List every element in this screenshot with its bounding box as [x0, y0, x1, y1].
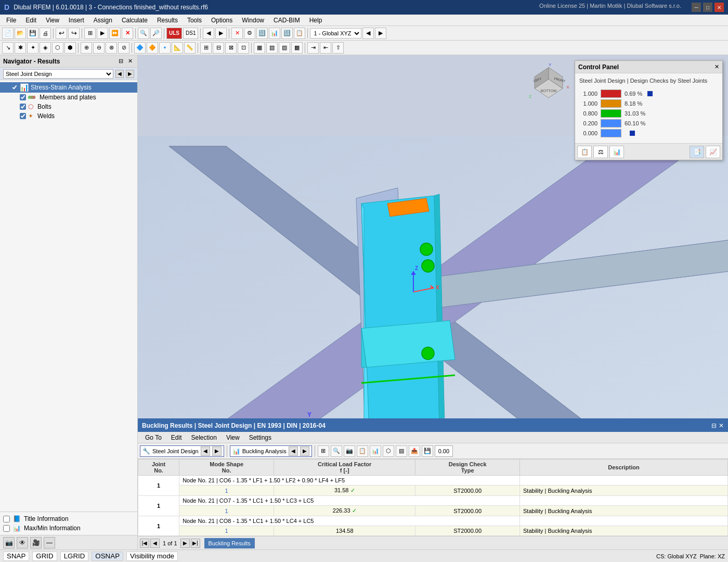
bt-btn1[interactable]: ⊞	[318, 445, 329, 457]
results-dropdown-1[interactable]: 🔧 Steel Joint Design ◀ ▶	[140, 445, 224, 457]
open-btn[interactable]: 📂	[15, 28, 26, 39]
dd2-prev[interactable]: ◀	[289, 446, 298, 456]
tb2-btn1[interactable]: ↘	[2, 42, 14, 54]
ds1-btn[interactable]: DS1	[183, 28, 198, 39]
toolbar-btn-13[interactable]: 📊	[269, 28, 280, 39]
status-visibility[interactable]: Visibility mode	[126, 552, 178, 561]
toolbar-btn-7[interactable]: 🔎	[150, 28, 162, 39]
menu-tools[interactable]: Tools	[183, 16, 206, 25]
nav-item-stress-strain[interactable]: 📊 Stress-Strain Analysis	[0, 82, 137, 93]
tb2-btn9[interactable]: ⊗	[106, 42, 117, 54]
view-icon-3[interactable]: 🎥	[30, 537, 42, 548]
stress-strain-checkbox[interactable]	[11, 84, 18, 91]
maxmin-info-item[interactable]: 📊 Max/Min Information	[3, 523, 134, 533]
menu-help[interactable]: Help	[305, 16, 327, 25]
tb2-btn8[interactable]: ⊖	[93, 42, 105, 54]
status-grid[interactable]: GRID	[32, 552, 57, 561]
view-icon-1[interactable]: 📷	[3, 537, 15, 548]
bm-edit[interactable]: Edit	[167, 433, 186, 442]
tb2-btn11[interactable]: 🔷	[134, 42, 146, 54]
toolbar-btn-9[interactable]: ▶	[215, 28, 227, 39]
toolbar-btn-5[interactable]: ⏩	[109, 28, 121, 39]
toolbar-btn-10[interactable]: ✕	[231, 28, 243, 39]
menu-calculate[interactable]: Calculate	[118, 16, 152, 25]
bm-view[interactable]: View	[222, 433, 244, 442]
tb2-btn6[interactable]: ⬢	[64, 42, 76, 54]
toolbar-btn-3[interactable]: ⊞	[84, 28, 96, 39]
cp-btn-3[interactable]: 📊	[609, 146, 624, 158]
status-snap[interactable]: SNAP	[3, 552, 29, 561]
tb2-btn26[interactable]: ⇧	[332, 42, 344, 54]
tb2-btn20[interactable]: ▦	[254, 42, 265, 54]
pg-next[interactable]: ▶	[180, 539, 190, 548]
tb2-btn15[interactable]: 📏	[184, 42, 196, 54]
cp-btn-1[interactable]: 📋	[577, 146, 592, 158]
bt-btn7[interactable]: ▤	[396, 445, 407, 457]
tb2-btn19[interactable]: ⊡	[238, 42, 249, 54]
nav-item-members[interactable]: Members and plates	[0, 93, 137, 102]
tb2-btn4[interactable]: ◈	[40, 42, 51, 54]
new-btn[interactable]: 📄	[2, 28, 14, 39]
cp-btn-2[interactable]: ⚖	[593, 146, 608, 158]
dd1-prev[interactable]: ◀	[201, 446, 210, 456]
tb2-btn18[interactable]: ⊠	[225, 42, 237, 54]
print-btn[interactable]: 🖨	[40, 28, 51, 39]
bm-settings[interactable]: Settings	[245, 433, 276, 442]
view-icon-2[interactable]: 👁	[17, 537, 28, 548]
cp-close-btn[interactable]: ✕	[714, 63, 719, 70]
pg-first[interactable]: |◀	[140, 539, 149, 548]
bt-btn4[interactable]: 📋	[357, 445, 368, 457]
dd2-next[interactable]: ▶	[300, 446, 309, 456]
maxmin-info-checkbox[interactable]	[3, 525, 10, 532]
bt-btn9[interactable]: 💾	[422, 445, 433, 457]
tb2-btn23[interactable]: ▩	[291, 42, 303, 54]
bt-btn3[interactable]: 📷	[344, 445, 355, 457]
toolbar-btn-4[interactable]: ▶	[97, 28, 108, 39]
tb2-btn5[interactable]: ⬡	[52, 42, 63, 54]
tb2-btn16[interactable]: ⊞	[200, 42, 212, 54]
tb2-btn21[interactable]: ▧	[266, 42, 278, 54]
menu-assign[interactable]: Assign	[89, 16, 116, 25]
steel-joint-select[interactable]: Steel Joint Design	[3, 69, 113, 79]
status-lgrid[interactable]: LGRID	[60, 552, 89, 561]
menu-results[interactable]: Results	[153, 16, 182, 25]
welds-checkbox[interactable]	[20, 113, 26, 119]
bt-btn8[interactable]: 📤	[409, 445, 420, 457]
menu-view[interactable]: View	[42, 16, 63, 25]
cp-btn-4[interactable]: 📑	[690, 146, 704, 158]
view-select[interactable]: 1 - Global XYZ	[310, 28, 361, 39]
members-checkbox[interactable]	[20, 94, 26, 100]
tb2-btn25[interactable]: ⇤	[320, 42, 331, 54]
view-btn1[interactable]: ◀	[362, 28, 374, 39]
menu-window[interactable]: Window	[238, 16, 268, 25]
tb2-btn22[interactable]: ▨	[279, 42, 290, 54]
buckling-results-tab[interactable]: Buckling Results	[204, 538, 255, 548]
nav-restore-btn[interactable]: ⊟	[116, 57, 125, 66]
nav-prev-btn[interactable]: ◀	[115, 70, 124, 78]
close-button[interactable]: ✕	[714, 3, 724, 12]
status-osnap[interactable]: OSNAP	[92, 552, 123, 561]
menu-cadbim[interactable]: CAD-BIM	[269, 16, 304, 25]
view-btn2[interactable]: ▶	[375, 28, 386, 39]
tb2-btn17[interactable]: ⊟	[213, 42, 224, 54]
menu-edit[interactable]: Edit	[21, 16, 41, 25]
results-close-btn[interactable]: ✕	[719, 422, 724, 429]
pg-last[interactable]: ▶|	[191, 539, 200, 548]
toolbar-btn-11[interactable]: ⚙	[244, 28, 255, 39]
view-icon-4[interactable]: —	[44, 537, 55, 548]
menu-options[interactable]: Options	[207, 16, 237, 25]
bm-goto[interactable]: Go To	[141, 433, 166, 442]
dd1-next[interactable]: ▶	[212, 446, 222, 456]
nav-cube[interactable]: BOTTOM LEFT FRONT X Y Z	[525, 60, 572, 107]
save-btn[interactable]: 💾	[27, 28, 38, 39]
tb2-btn12[interactable]: 🔶	[147, 42, 158, 54]
title-info-item[interactable]: 📘 Title Information	[3, 514, 134, 523]
nav-next-btn[interactable]: ▶	[126, 70, 134, 78]
tb2-btn24[interactable]: ⇥	[307, 42, 319, 54]
bolts-checkbox[interactable]	[20, 104, 26, 110]
pg-prev[interactable]: ◀	[150, 539, 160, 548]
undo-btn[interactable]: ↩	[56, 28, 67, 39]
tb2-btn2[interactable]: ✱	[15, 42, 26, 54]
results-dropdown-2[interactable]: 📊 Buckling Analysis ◀ ▶	[230, 445, 312, 457]
results-table-container[interactable]: JointNo. Mode ShapeNo. Critical Load Fac…	[138, 459, 728, 536]
